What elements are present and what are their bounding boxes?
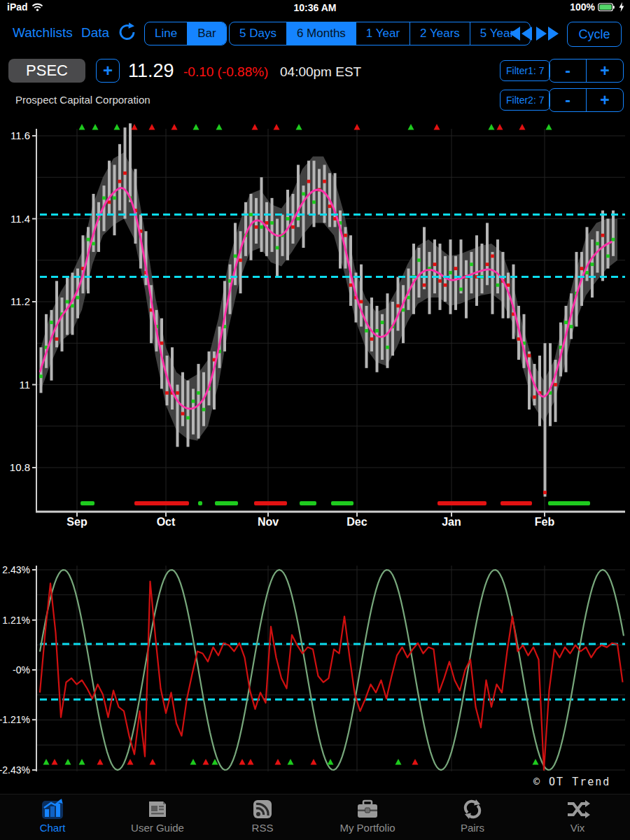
range-5days-button[interactable]: 5 Days <box>230 22 287 45</box>
copyright-label: © OT Trend <box>533 776 610 788</box>
tab-pairs[interactable]: Pairs <box>420 794 525 840</box>
price-change: -0.10 (-0.88%) <box>183 64 268 80</box>
status-time: 10:36 AM <box>0 2 630 13</box>
month-label: Oct <box>157 516 176 528</box>
price-chart: 11.611.411.21110.8SepOctNovDecJanFeb <box>10 123 625 528</box>
tab-chart[interactable]: Chart <box>0 794 105 840</box>
month-label: Jan <box>442 516 461 528</box>
filter1-stepper: - + <box>549 59 624 83</box>
trend-strip <box>80 501 94 505</box>
price-ytick: 11 <box>19 379 30 391</box>
status-bar: iPad 10:36 AM 100% <box>0 0 630 15</box>
trend-strip <box>500 501 532 505</box>
price-ytick: 10.8 <box>10 461 30 473</box>
osc-signal-triangles <box>43 759 539 765</box>
data-link[interactable]: Data <box>81 25 109 41</box>
tab-user-guide[interactable]: User Guide <box>105 794 210 840</box>
tab-bar: Chart User Guide RSS My Portfolio <box>0 794 630 840</box>
battery-icon <box>598 3 616 12</box>
trend-strip <box>331 501 354 505</box>
rewind-icon[interactable] <box>508 24 533 43</box>
symbol-button[interactable]: PSEC <box>8 59 85 83</box>
month-label: Sep <box>66 516 88 528</box>
company-name: Prospect Capital Corporation <box>15 94 150 106</box>
charging-bolt-icon <box>619 2 624 12</box>
osc-ytick: -0% <box>13 664 30 676</box>
filter2-stepper: - + <box>549 88 624 112</box>
price-ytick: 11.4 <box>10 213 30 225</box>
view-line-button[interactable]: Line <box>145 22 188 45</box>
tab-my-portfolio[interactable]: My Portfolio <box>315 794 420 840</box>
fast-forward-icon[interactable] <box>535 24 560 43</box>
range-6months-button[interactable]: 6 Months <box>287 22 356 45</box>
price-ytick: 11.2 <box>10 295 30 307</box>
trend-strip <box>198 501 202 505</box>
trend-strip <box>215 501 238 505</box>
portfolio-icon <box>355 798 380 820</box>
filter1-minus-button[interactable]: - <box>550 59 587 82</box>
osc-ytick: -2.43% <box>0 764 30 776</box>
pairs-icon <box>461 798 484 820</box>
cycle-button[interactable]: Cycle <box>567 22 622 47</box>
filter2-button[interactable]: Filter2: 7 <box>500 90 550 111</box>
range-segment: 5 Days 6 Months 1 Year 2 Years 5 Years <box>229 22 531 46</box>
trend-strip <box>438 501 486 505</box>
trend-strip <box>134 501 189 505</box>
osc-ytick: 2.43% <box>2 564 30 575</box>
view-toggle: Line Bar <box>144 22 227 46</box>
oscillator-chart: 2.43%1.21%-0%-1.21%-2.43% <box>0 564 625 776</box>
tab-vix[interactable]: Vix <box>525 794 630 840</box>
range-1year-button[interactable]: 1 Year <box>356 22 410 45</box>
trend-strip <box>254 501 287 505</box>
rss-icon <box>251 798 274 820</box>
trend-strip <box>300 501 316 505</box>
osc-ytick: 1.21% <box>2 615 30 626</box>
filter2-plus-button[interactable]: + <box>587 89 623 111</box>
signal-triangles <box>79 124 552 130</box>
view-bar-button[interactable]: Bar <box>188 22 225 45</box>
price-ytick: 11.6 <box>10 130 30 141</box>
filter1-plus-button[interactable]: + <box>587 59 623 82</box>
chart-icon <box>40 798 65 820</box>
range-2years-button[interactable]: 2 Years <box>410 22 470 45</box>
filter2-minus-button[interactable]: - <box>550 89 587 111</box>
refresh-icon[interactable] <box>116 21 139 43</box>
add-symbol-button[interactable]: + <box>96 59 120 83</box>
last-price: 11.29 <box>128 60 174 82</box>
month-label: Dec <box>346 516 367 528</box>
tab-rss[interactable]: RSS <box>210 794 315 840</box>
watchlists-link[interactable]: Watchlists <box>13 25 73 41</box>
vix-icon <box>565 798 590 820</box>
trend-strip <box>548 501 590 505</box>
charts-canvas[interactable]: 11.611.411.21110.8SepOctNovDecJanFeb2.43… <box>0 0 630 840</box>
user-guide-icon <box>146 798 169 820</box>
month-label: Feb <box>535 516 555 528</box>
filter1-button[interactable]: Filter1: 7 <box>500 60 550 81</box>
quote-time: 04:00pm EST <box>280 64 361 80</box>
osc-ytick: -1.21% <box>0 714 30 725</box>
month-label: Nov <box>258 516 279 528</box>
battery-percent: 100% <box>570 1 595 13</box>
